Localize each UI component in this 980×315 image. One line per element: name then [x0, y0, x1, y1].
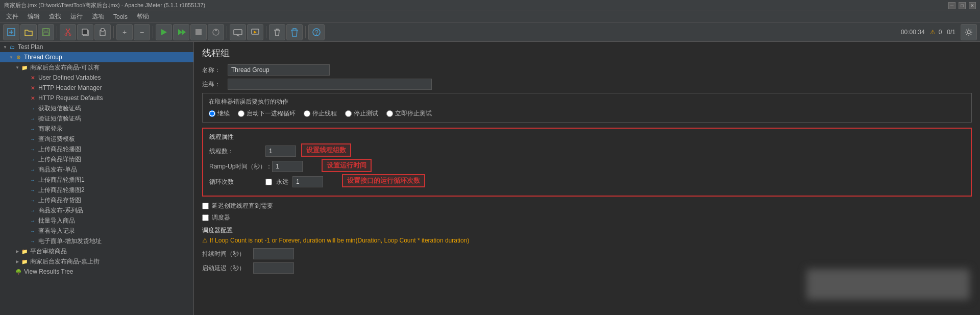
- tree-item-publish-single[interactable]: → 商品发布-单品: [0, 164, 193, 175]
- copy-button[interactable]: [77, 24, 93, 40]
- tree-item-test-plan[interactable]: ▼ 🗂 Test Plan: [0, 42, 193, 52]
- tree-item-thread-group[interactable]: ▼ ⚙ Thread Group: [0, 52, 193, 62]
- tree-label-stock-img: 上传商品存货图: [38, 196, 81, 205]
- tree-label-transport: 查询运费模板: [38, 135, 75, 143]
- radio-continue[interactable]: 继续: [209, 109, 230, 118]
- remote-stop-button[interactable]: [247, 24, 263, 40]
- menu-tools[interactable]: Tools: [109, 12, 132, 21]
- radio-stop-now-input[interactable]: [386, 110, 393, 117]
- scheduler-checkbox[interactable]: [202, 214, 209, 221]
- panel-title: 线程组: [202, 47, 972, 59]
- svg-rect-5: [43, 33, 48, 35]
- menu-options[interactable]: 选项: [88, 11, 108, 22]
- timer-display: 00:00:34: [901, 29, 925, 36]
- sep4: [227, 26, 227, 38]
- tree-item-merchant[interactable]: ▼ 📁 商家后台发布商品-可以有: [0, 62, 193, 72]
- tree-item-detail[interactable]: → 上传商品详情图: [0, 154, 193, 164]
- svg-marker-12: [161, 29, 167, 35]
- menu-search[interactable]: 查找: [45, 11, 65, 22]
- menu-run[interactable]: 运行: [66, 11, 87, 22]
- duration-input[interactable]: [253, 248, 294, 259]
- tree-item-verify[interactable]: → 验证短信验证码: [0, 113, 193, 124]
- delay-thread-checkbox[interactable]: [202, 203, 209, 209]
- tree-item-merchant-v2[interactable]: ▶ 📁 商家后台发布商品-嘉上街: [0, 256, 193, 266]
- tree-item-http-header[interactable]: ✕ HTTP Header Manager: [0, 83, 193, 93]
- menu-bar: 文件 编辑 查找 运行 选项 Tools 帮助: [0, 11, 980, 22]
- comment-input[interactable]: [228, 79, 432, 90]
- tree-item-user-vars[interactable]: ✕ User Defined Variables: [0, 72, 193, 83]
- tree-item-delivery-addr[interactable]: → 电子面单-增加发货地址: [0, 236, 193, 246]
- radio-next-loop-input[interactable]: [238, 110, 244, 117]
- open-button[interactable]: [20, 24, 37, 40]
- clear-all-button[interactable]: [286, 24, 303, 40]
- save-button[interactable]: [38, 24, 54, 40]
- tree-label-delivery-addr: 电子面单-增加发货地址: [38, 237, 102, 246]
- tree-item-publish-series[interactable]: → 商品发布-系列品: [0, 205, 193, 215]
- tree-item-captcha[interactable]: → 获取短信验证码: [0, 103, 193, 113]
- thread-props-title: 线程属性: [209, 133, 965, 141]
- tree-item-http-defaults[interactable]: ✕ HTTP Request Defaults: [0, 93, 193, 103]
- radio-stop-test[interactable]: 停止测试: [345, 109, 378, 118]
- sep6: [305, 26, 306, 38]
- settings-button[interactable]: [961, 24, 977, 40]
- platform-icon: 📁: [20, 247, 29, 255]
- loop-forever-checkbox[interactable]: [265, 179, 272, 185]
- menu-help[interactable]: 帮助: [133, 11, 153, 22]
- tree-item-batch-import[interactable]: → 批量导入商品: [0, 215, 193, 226]
- radio-stop-thread[interactable]: 停止线程: [304, 109, 337, 118]
- tree-label-thread-group: Thread Group: [24, 54, 62, 61]
- blurred-area: [806, 269, 970, 300]
- warning-icon: ⚠: [930, 29, 936, 36]
- remote-run-button[interactable]: [230, 24, 246, 40]
- help-button[interactable]: ?: [308, 24, 325, 40]
- radio-continue-input[interactable]: [209, 110, 215, 117]
- run-nopause-button[interactable]: [173, 24, 189, 40]
- minimize-button[interactable]: ─: [948, 2, 955, 9]
- collapse-button[interactable]: −: [134, 24, 150, 40]
- close-button[interactable]: ✕: [969, 2, 976, 9]
- loop-count-row: 循环次数 永远 设置接口的运行循环次数: [209, 176, 965, 187]
- tree-label-test-plan: Test Plan: [18, 43, 43, 51]
- tree-item-view-results[interactable]: 🌳 View Results Tree: [0, 266, 193, 277]
- svg-marker-14: [182, 29, 186, 35]
- tree-label-batch-import: 批量导入商品: [38, 216, 75, 225]
- radio-continue-label: 继续: [217, 109, 230, 118]
- tree-item-carousel-img1[interactable]: → 上传商品轮播图1: [0, 175, 193, 185]
- startup-delay-input[interactable]: [253, 262, 294, 274]
- radio-stop-thread-input[interactable]: [304, 110, 310, 117]
- tree-item-stock-img[interactable]: → 上传商品存货图: [0, 195, 193, 205]
- tree-item-platform-goods[interactable]: ▶ 📁 平台审核商品: [0, 246, 193, 256]
- clear-button[interactable]: [269, 24, 285, 40]
- new-button[interactable]: [3, 24, 19, 40]
- shutdown-button[interactable]: [208, 24, 224, 40]
- scheduler-row-cb: 调度器: [202, 213, 972, 222]
- warning-count: 0: [939, 29, 942, 36]
- tree-item-carousel1[interactable]: → 上传商品轮播图: [0, 144, 193, 154]
- stop-button[interactable]: [190, 24, 207, 40]
- rampup-input[interactable]: [272, 161, 303, 172]
- tree-item-carousel-img2[interactable]: → 上传商品轮播图2: [0, 185, 193, 195]
- paste-button[interactable]: [94, 24, 111, 40]
- duration-label: 持续时间（秒）: [202, 250, 253, 258]
- tree-item-transport[interactable]: → 查询运费模板: [0, 134, 193, 144]
- radio-stop-test-input[interactable]: [345, 110, 352, 117]
- tree-label-publish-single: 商品发布-单品: [38, 165, 77, 174]
- radio-stop-now[interactable]: 立即停止测试: [386, 109, 432, 118]
- tree-item-login[interactable]: → 商家登录: [0, 124, 193, 134]
- name-input[interactable]: [228, 64, 330, 76]
- restore-button[interactable]: □: [959, 2, 966, 9]
- expand-button[interactable]: +: [116, 24, 133, 40]
- tree-item-import-log[interactable]: → 查看导入记录: [0, 226, 193, 236]
- cut-button[interactable]: [60, 24, 76, 40]
- results-icon: 🌳: [14, 268, 22, 276]
- svg-rect-17: [215, 29, 217, 31]
- menu-file[interactable]: 文件: [2, 11, 22, 22]
- radio-next-loop[interactable]: 启动下一进程循环: [238, 109, 296, 118]
- action-label: 在取样器错误后要执行的动作: [209, 98, 965, 106]
- thread-props-section: 线程属性 线程数： 设置线程组数 Ramp-Up时间（秒）： 设置运行时间 循环…: [202, 128, 972, 197]
- tree-label-http-defaults: HTTP Request Defaults: [38, 94, 103, 102]
- loop-count-input[interactable]: [292, 176, 323, 187]
- menu-edit[interactable]: 编辑: [23, 11, 44, 22]
- run-button[interactable]: [156, 24, 172, 40]
- thread-count-input[interactable]: [265, 146, 296, 157]
